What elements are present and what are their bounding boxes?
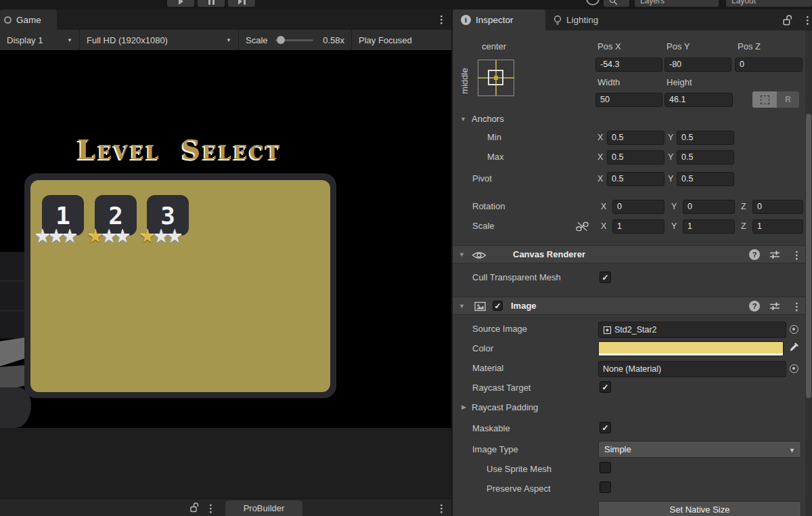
pause-button[interactable] [198, 0, 225, 7]
foldout-open-icon[interactable]: ▼ [459, 252, 465, 258]
help-icon[interactable] [749, 301, 760, 311]
pos-y-field[interactable]: -80 [664, 58, 731, 72]
account-icon[interactable] [586, 0, 600, 5]
pivot-label: Pivot [472, 173, 492, 184]
maskable-label: Maskable [472, 423, 510, 433]
pos-y-label: Pos Y [667, 41, 690, 51]
tab-inspector[interactable]: Inspector [453, 9, 545, 30]
chevron-down-icon: ▼ [219, 37, 231, 43]
unity-editor-window: Layers Layout Game Display 1 ▼ Full HD (… [0, 0, 812, 516]
pos-x-field[interactable]: -54.3 [595, 58, 662, 72]
source-image-value: Std2_Star2 [614, 325, 657, 335]
scale-x-field[interactable]: 1 [612, 219, 664, 234]
anchors-min-label: Min [487, 132, 501, 142]
anchor-preset-widget[interactable] [478, 60, 514, 96]
display-label: Display 1 [7, 35, 43, 45]
tab-game[interactable]: Game [0, 9, 57, 30]
level-3-number: 3 [160, 202, 175, 230]
image-header[interactable]: ▼ Image [453, 297, 805, 315]
blueprint-mode-button[interactable] [752, 91, 777, 108]
inspector-tab-label: Inspector [476, 15, 514, 25]
pos-z-label: Pos Z [738, 41, 761, 51]
material-field[interactable]: None (Material) [598, 361, 786, 377]
eyedropper-icon[interactable] [788, 342, 799, 353]
bulb-icon [554, 15, 562, 26]
rotation-y-field[interactable]: 0 [683, 200, 735, 214]
material-label: Material [472, 363, 503, 373]
component-menu-icon[interactable] [792, 250, 802, 260]
scale-y-field[interactable]: 1 [683, 219, 735, 234]
height-field[interactable]: 46.1 [664, 93, 733, 107]
display-dropdown[interactable]: Display 1 ▼ [0, 30, 80, 50]
source-image-field[interactable]: Std2_Star2 [598, 322, 786, 338]
broken-link-icon[interactable] [576, 221, 589, 232]
cull-transparent-mesh-checkbox[interactable] [600, 272, 611, 283]
search-button[interactable] [604, 0, 629, 7]
foldout-closed-icon[interactable]: ▶ [461, 404, 466, 410]
width-label: Width [597, 77, 620, 87]
foldout-open-icon[interactable]: ▼ [459, 303, 465, 309]
resolution-dropdown[interactable]: Full HD (1920x1080) ▼ [80, 30, 239, 50]
layout-dropdown[interactable]: Layout [726, 0, 812, 7]
search-icon [609, 0, 618, 5]
canvas-renderer-header[interactable]: ▼ Canvas Renderer [453, 245, 805, 263]
image-type-label: Image Type [472, 444, 518, 454]
scale-control: Scale 0.58x [239, 30, 352, 50]
unlock-icon[interactable] [190, 502, 199, 513]
play-focused-dropdown[interactable]: Play Focused [352, 30, 436, 50]
image-enabled-checkbox[interactable] [493, 301, 503, 311]
pivot-x-axis-label: X [597, 174, 603, 184]
raw-edit-mode-button[interactable]: R [777, 91, 799, 108]
scale-slider-knob[interactable] [277, 36, 285, 44]
component-menu-icon[interactable] [792, 301, 802, 311]
tab-lighting[interactable]: Lighting [545, 9, 629, 30]
object-picker-icon[interactable] [790, 325, 798, 334]
step-button[interactable] [228, 0, 255, 7]
preserve-aspect-checkbox[interactable] [600, 481, 611, 493]
max-x-field[interactable]: 0.5 [607, 150, 664, 165]
game-pane-menu-icon[interactable] [436, 14, 447, 24]
level-3-stars [134, 228, 188, 246]
maskable-checkbox[interactable] [600, 422, 611, 433]
scale-z-field[interactable]: 1 [752, 219, 803, 234]
bottom-pane-menu-icon-right[interactable] [436, 503, 447, 513]
max-y-field[interactable]: 0.5 [677, 150, 734, 165]
pivot-x-field[interactable]: 0.5 [607, 172, 664, 186]
pos-z-field[interactable]: 0 [735, 58, 803, 72]
bottom-pane-menu-icon[interactable] [206, 503, 216, 513]
layers-dropdown[interactable]: Layers [635, 0, 719, 7]
min-x-axis-label: X [597, 133, 603, 142]
scale-label: Scale [246, 35, 268, 45]
set-native-size-button[interactable]: Set Native Size [598, 501, 801, 516]
presets-icon[interactable] [769, 250, 780, 259]
inspector-menu-icon[interactable] [803, 15, 812, 25]
level-1-stars [29, 228, 83, 246]
anchors-foldout-label[interactable]: Anchors [472, 114, 504, 124]
tab-probuilder[interactable]: ProBuilder [225, 500, 302, 516]
width-field[interactable]: 50 [595, 93, 662, 107]
raycast-padding-label[interactable]: Raycast Padding [472, 402, 538, 412]
pos-x-label: Pos X [597, 41, 621, 51]
color-swatch[interactable] [598, 341, 784, 356]
object-picker-icon[interactable] [790, 364, 798, 373]
presets-icon[interactable] [769, 301, 780, 311]
inspector-unlock-icon[interactable] [783, 15, 792, 26]
game-view-icon [4, 16, 12, 24]
min-y-field[interactable]: 0.5 [677, 131, 734, 145]
rotation-x-field[interactable]: 0 [612, 200, 664, 214]
foldout-open-icon[interactable]: ▼ [460, 116, 466, 123]
scale-value: 0.58x [323, 35, 344, 45]
pivot-y-field[interactable]: 0.5 [677, 172, 734, 186]
info-icon [461, 15, 471, 25]
rotation-z-field[interactable]: 0 [752, 200, 803, 214]
play-focused-label: Play Focused [359, 35, 412, 45]
anchor-pivot-dot-icon [494, 76, 498, 80]
use-sprite-mesh-checkbox[interactable] [600, 462, 611, 473]
play-button[interactable] [167, 0, 194, 7]
inspector-scrollbar-thumb[interactable] [806, 114, 811, 398]
star-icon [166, 228, 183, 246]
min-x-field[interactable]: 0.5 [607, 131, 664, 145]
image-type-dropdown[interactable]: Simple ▼ [598, 441, 801, 458]
help-icon[interactable] [749, 249, 760, 260]
raycast-target-checkbox[interactable] [600, 381, 611, 393]
